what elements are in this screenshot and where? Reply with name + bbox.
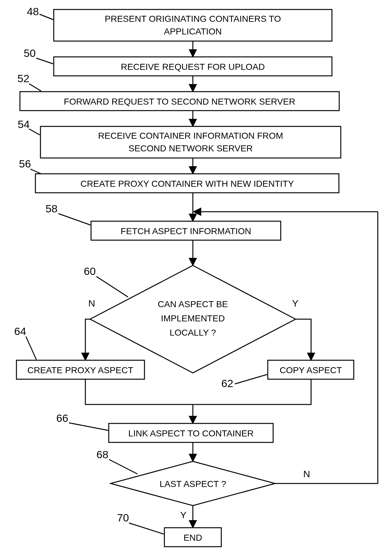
node-56-line1: CREATE PROXY CONTAINER WITH NEW IDENTITY [80,179,294,189]
edge-60-62 [296,319,311,360]
edge-60-64 [85,319,90,360]
ref-60-leader [96,276,128,297]
node-70-line1: END [183,533,202,543]
node-66-line1: LINK ASPECT TO CONTAINER [128,428,254,438]
ref-62-leader [235,374,267,384]
ref-66: 66 [56,412,68,424]
ref-68: 68 [96,448,108,460]
node-68-line1: LAST ASPECT ? [160,479,226,489]
edge-60-Y-label: Y [292,298,298,308]
node-50-line1: RECEIVE REQUEST FOR UPLOAD [121,62,265,72]
ref-70-leader [129,523,164,534]
ref-54: 54 [18,118,30,130]
edge-68-loop [275,212,378,483]
node-54-line2: SECOND NETWORK SERVER [128,143,253,153]
node-58: FETCH ASPECT INFORMATION [91,221,281,240]
node-64: CREATE PROXY ASPECT [16,360,144,379]
edge-60-N-label: N [88,298,95,308]
node-60: CAN ASPECT BE IMPLEMENTED LOCALLY ? [90,265,296,373]
flowchart-diagram: PRESENT ORIGINATING CONTAINERS TO APPLIC… [0,0,392,559]
edge-68-N-label: N [303,469,310,479]
node-58-line1: FETCH ASPECT INFORMATION [121,226,251,236]
ref-68-leader [109,459,138,474]
node-60-line2: IMPLEMENTED [161,313,225,323]
ref-66-leader [69,423,108,430]
node-48-line1: PRESENT ORIGINATING CONTAINERS TO [105,14,281,24]
ref-50: 50 [24,47,36,59]
ref-64: 64 [14,325,26,337]
ref-52: 52 [17,72,29,84]
ref-56-leader [30,169,41,174]
node-52: FORWARD REQUEST TO SECOND NETWORK SERVER [20,92,339,111]
ref-64-leader [26,337,36,360]
node-52-line1: FORWARD REQUEST TO SECOND NETWORK SERVER [64,97,295,106]
node-66: LINK ASPECT TO CONTAINER [109,423,273,442]
ref-70: 70 [117,512,129,524]
ref-48-leader [40,14,53,20]
ref-54-leader [29,129,40,135]
edge-68-Y-label: Y [180,510,187,520]
ref-52-leader [29,84,41,91]
ref-58-leader [58,214,90,225]
ref-48: 48 [27,5,39,17]
ref-62: 62 [221,377,233,389]
node-48-line2: APPLICATION [164,27,222,36]
ref-58: 58 [46,203,58,215]
node-48: PRESENT ORIGINATING CONTAINERS TO APPLIC… [54,9,332,41]
node-54: RECEIVE CONTAINER INFORMATION FROM SECON… [40,126,341,158]
node-64-line1: CREATE PROXY ASPECT [27,365,133,375]
node-54-line1: RECEIVE CONTAINER INFORMATION FROM [98,131,283,141]
ref-56: 56 [19,158,31,170]
ref-50-leader [36,58,53,64]
edge-merge-bar [85,379,311,404]
node-60-line1: CAN ASPECT BE [158,299,228,309]
node-68: LAST ASPECT ? [111,461,275,506]
node-50: RECEIVE REQUEST FOR UPLOAD [54,57,332,76]
node-62-line1: COPY ASPECT [279,365,342,375]
node-70: END [164,528,221,547]
ref-60: 60 [84,265,96,277]
node-62: COPY ASPECT [268,360,354,379]
node-56: CREATE PROXY CONTAINER WITH NEW IDENTITY [35,174,339,193]
node-60-line3: LOCALLY ? [170,328,216,337]
